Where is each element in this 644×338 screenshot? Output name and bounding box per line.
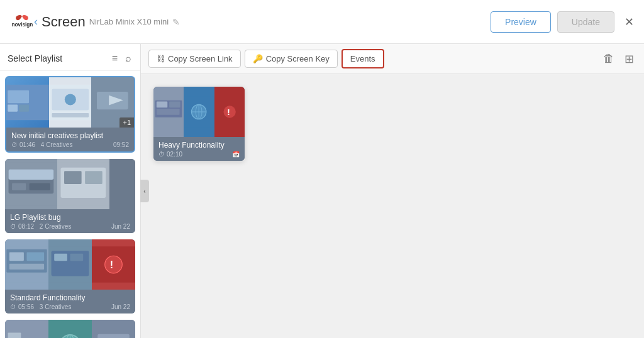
content-area: ⛓ Copy Screen Link 🔑 Copy Screen Key Eve… — [141, 44, 644, 338]
playlist-item-3[interactable]: ! Standard Functionality ⏱ 05:56 3 Creat… — [5, 239, 135, 313]
playlist-duration-3: ⏱ 05:56 3 Creatives — [10, 303, 71, 310]
thumb-3c: ! — [92, 239, 135, 290]
svg-rect-14 — [9, 170, 54, 180]
clock-icon-3: ⏱ — [10, 303, 16, 310]
playlist-info-3: Standard Functionality ⏱ 05:56 3 Creativ… — [5, 290, 135, 313]
playlist-duration-1: ⏱ 01:46 4 Creatives — [11, 141, 72, 148]
page-title: Screen — [42, 14, 86, 30]
thumb-2c — [109, 159, 135, 209]
svg-rect-47 — [169, 102, 180, 108]
playlist-thumbs-2 — [5, 159, 135, 209]
svg-rect-28 — [54, 254, 67, 261]
sidebar: Select Playlist ≡ ⌕ — [0, 44, 141, 338]
svg-rect-42 — [97, 334, 130, 338]
top-bar: novisign ‹ Screen NirLab Minix X10 mini … — [0, 0, 644, 44]
clock-icon-2: ⏱ — [10, 223, 16, 230]
canvas-clock-icon: ⏱ — [158, 151, 165, 158]
canvas-card-name: Heavy Functionality — [158, 141, 240, 150]
svg-rect-24 — [27, 252, 45, 261]
search-icon[interactable]: ⌕ — [124, 52, 133, 65]
svg-rect-4 — [19, 104, 29, 111]
canvas-card-heavy-functionality[interactable]: ! Heavy Functionality ⏱ 02:10 📅 — [153, 87, 245, 161]
svg-rect-2 — [8, 90, 29, 103]
thumb-4c — [92, 320, 135, 338]
thumb-3a — [5, 239, 48, 290]
svg-point-31 — [105, 256, 123, 273]
collapse-sidebar-button[interactable]: ‹ — [140, 180, 149, 202]
thumb-2a — [5, 159, 57, 209]
canvas-card-meta: ⏱ 02:10 📅 — [158, 151, 240, 158]
key-icon: 🔑 — [253, 54, 263, 63]
link-icon: ⛓ — [157, 54, 165, 63]
svg-rect-3 — [8, 104, 18, 111]
playlist-meta-3: ⏱ 05:56 3 Creatives Jun 22 — [10, 303, 130, 310]
svg-rect-19 — [64, 171, 82, 184]
main-layout: Select Playlist ≡ ⌕ — [0, 44, 644, 338]
svg-rect-23 — [9, 252, 24, 261]
canvas-card-thumbs: ! — [153, 87, 245, 137]
playlist-meta-1: ⏱ 01:46 4 Creatives 09:52 — [11, 141, 129, 148]
svg-rect-29 — [70, 254, 84, 261]
top-actions: Preview Update — [491, 11, 614, 33]
playlist-date-1: 09:52 — [113, 141, 129, 148]
playlist-info-2: LG Playlist bug ⏱ 08:12 2 Creatives Jun … — [5, 209, 135, 233]
update-button[interactable]: Update — [557, 11, 614, 33]
canvas-thumb-1 — [153, 87, 184, 137]
playlist-name-2: LG Playlist bug — [10, 213, 130, 222]
svg-rect-34 — [8, 332, 21, 338]
svg-text:!: ! — [110, 259, 113, 270]
canvas-card-info: Heavy Functionality ⏱ 02:10 📅 — [153, 137, 245, 161]
svg-text:novisign: novisign — [12, 22, 33, 28]
svg-rect-16 — [30, 183, 50, 190]
layout-icon[interactable]: ⊞ — [622, 51, 636, 67]
sidebar-header: Select Playlist ≡ ⌕ — [0, 44, 140, 71]
logo: novisign — [10, 14, 34, 30]
playlist-thumbs-3: ! — [5, 239, 135, 290]
edit-screen-icon[interactable]: ✎ — [172, 17, 180, 27]
copy-screen-key-button[interactable]: 🔑 Copy Screen Key — [245, 50, 338, 68]
canvas-card-duration: ⏱ 02:10 — [158, 151, 182, 158]
svg-rect-48 — [157, 109, 180, 115]
playlist-name-3: Standard Functionality — [10, 293, 130, 302]
canvas-thumb-3: ! — [214, 87, 245, 137]
preview-button[interactable]: Preview — [491, 11, 551, 33]
thumb-overlay-1: +1 — [119, 117, 134, 128]
playlist-date-3: Jun 22 — [111, 303, 130, 310]
toolbar: ⛓ Copy Screen Link 🔑 Copy Screen Key Eve… — [141, 44, 644, 74]
delete-icon[interactable]: 🗑 — [601, 51, 617, 67]
svg-rect-25 — [9, 264, 44, 270]
canvas-thumb-2 — [184, 87, 214, 137]
close-icon[interactable]: ✕ — [625, 15, 634, 29]
playlist-name-1: New initial creatives playlist — [11, 131, 129, 140]
back-button[interactable]: ‹ — [34, 15, 38, 28]
sidebar-title: Select Playlist — [8, 53, 106, 63]
playlist-item-4[interactable]: +7 Temp Playlist — [5, 320, 135, 338]
playlist-thumbs-1: +1 — [6, 77, 134, 128]
svg-rect-46 — [157, 102, 167, 108]
svg-rect-15 — [12, 183, 26, 190]
events-button[interactable]: Events — [341, 49, 384, 68]
canvas-area: ! Heavy Functionality ⏱ 02:10 📅 — [141, 74, 644, 338]
playlist-item-2[interactable]: LG Playlist bug ⏱ 08:12 2 Creatives Jun … — [5, 159, 135, 233]
thumb-1a — [6, 77, 49, 128]
playlist-thumbs-4: +7 — [5, 320, 135, 338]
copy-screen-link-button[interactable]: ⛓ Copy Screen Link — [148, 50, 241, 68]
sort-icon[interactable]: ≡ — [111, 52, 119, 65]
playlist-meta-2: ⏱ 08:12 2 Creatives Jun 22 — [10, 223, 130, 230]
svg-rect-8 — [52, 113, 89, 117]
playlist-list: +1 New initial creatives playlist ⏱ 01:4… — [0, 71, 140, 338]
toolbar-right-actions: 🗑 ⊞ — [601, 51, 636, 67]
svg-text:!: ! — [227, 107, 230, 117]
playlist-date-2: Jun 22 — [111, 223, 130, 230]
svg-point-7 — [64, 94, 75, 105]
thumb-4a — [5, 320, 48, 338]
clock-icon-1: ⏱ — [11, 141, 18, 148]
thumb-3b — [48, 239, 92, 290]
thumb-2b — [57, 159, 109, 209]
thumb-4b — [48, 320, 92, 338]
playlist-item-1[interactable]: +1 New initial creatives playlist ⏱ 01:4… — [5, 76, 135, 153]
playlist-info-1: New initial creatives playlist ⏱ 01:46 4… — [6, 128, 134, 151]
canvas-calendar-icon: 📅 — [232, 151, 240, 158]
screen-subtitle: NirLab Minix X10 mini — [89, 17, 169, 26]
playlist-duration-2: ⏱ 08:12 2 Creatives — [10, 223, 71, 230]
